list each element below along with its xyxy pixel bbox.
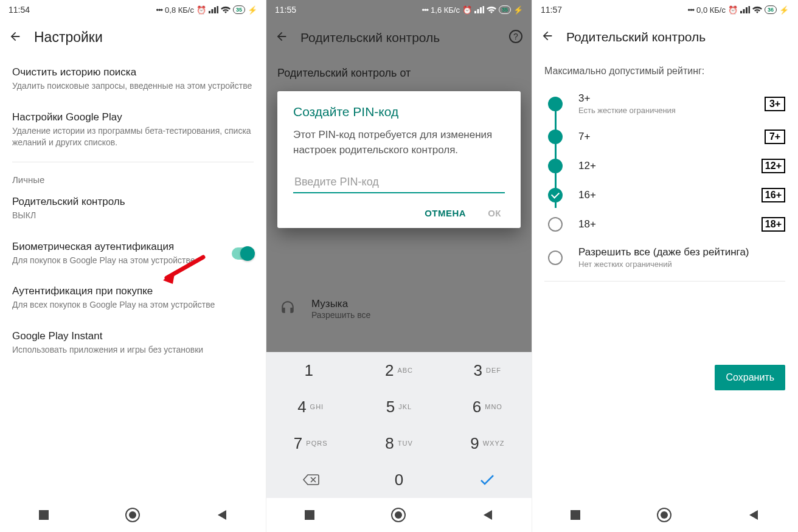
rating-label: Разрешить все (даже без рейтинга) xyxy=(578,246,785,258)
rating-option-7plus[interactable]: 7+ 7+ xyxy=(544,122,785,151)
key-0[interactable]: 0 xyxy=(355,461,443,498)
help-icon[interactable]: ? xyxy=(508,29,523,46)
app-bar-parental: Родительский контроль ? xyxy=(266,19,532,56)
item-purchase-auth[interactable]: Аутентификация при покупке Для всех поку… xyxy=(12,275,254,320)
item-title: Настройки Google Play xyxy=(12,111,254,123)
backspace-icon xyxy=(302,474,319,486)
rating-badge: 7+ xyxy=(765,130,785,144)
item-sub: Удаление истории из программы бета-тести… xyxy=(12,125,254,148)
nav-home-icon[interactable] xyxy=(125,507,141,523)
nav-recent-icon[interactable] xyxy=(304,509,316,521)
svg-text:?: ? xyxy=(513,32,518,41)
headphones-icon xyxy=(280,300,296,318)
dialog-title: Создайте PIN-код xyxy=(293,105,505,119)
cancel-button[interactable]: ОТМЕНА xyxy=(425,208,466,218)
svg-rect-0 xyxy=(39,510,49,520)
key-submit[interactable] xyxy=(443,461,532,498)
status-time: 11:57 xyxy=(541,5,562,15)
alarm-icon: ⏰ xyxy=(196,5,206,15)
key-4[interactable]: 4GHI xyxy=(266,389,355,425)
music-sub: Разрешить все xyxy=(311,310,370,320)
charging-icon: ⚡ xyxy=(779,5,789,15)
key-9[interactable]: 9WXYZ xyxy=(443,425,532,461)
category-music-row[interactable]: Музыка Разрешить все xyxy=(266,288,532,330)
app-bar: Родительский контроль xyxy=(532,19,797,56)
rating-option-18plus[interactable]: 18+ 18+ xyxy=(544,210,785,239)
key-5[interactable]: 5JKL xyxy=(355,389,443,425)
battery-icon: 36 xyxy=(765,5,777,14)
key-2[interactable]: 2ABC xyxy=(355,352,443,389)
nav-back-icon[interactable] xyxy=(215,508,229,522)
toggle-label: Родительский контроль от xyxy=(277,67,411,80)
radio-icon xyxy=(548,159,563,173)
status-net: 1,6 КБ/с xyxy=(431,5,460,15)
item-title: Биометрическая аутентификация xyxy=(12,241,195,253)
key-1[interactable]: 1 xyxy=(266,352,355,389)
nav-home-icon[interactable] xyxy=(656,507,672,523)
app-bar: Настройки xyxy=(0,19,266,57)
rating-option-12plus[interactable]: 12+ 12+ xyxy=(544,151,785,181)
item-biometric-auth[interactable]: Биометрическая аутентификация Для покупо… xyxy=(12,231,254,276)
check-icon xyxy=(479,474,496,486)
phone-rating-select: 11:57 ••• 0,0 КБ/с ⏰ 36 ⚡ Родительский к… xyxy=(532,0,797,532)
svg-rect-8 xyxy=(571,510,580,520)
battery-icon: 35 xyxy=(233,5,245,14)
dialog-actions: ОТМЕНА ОК xyxy=(293,208,505,218)
pin-input[interactable] xyxy=(293,171,505,193)
svg-rect-5 xyxy=(305,510,314,520)
svg-point-2 xyxy=(129,511,136,519)
nav-back-icon[interactable] xyxy=(481,508,494,522)
radio-icon xyxy=(548,217,563,232)
rating-badge: 18+ xyxy=(762,217,785,232)
numeric-keypad: 1 2ABC 3DEF 4GHI 5JKL 6MNO 7PQRS 8TUV 9W… xyxy=(266,352,532,498)
charging-icon: ⚡ xyxy=(513,5,523,15)
svg-point-7 xyxy=(395,511,402,519)
nav-back-icon[interactable] xyxy=(747,508,760,522)
signal-icon xyxy=(474,6,484,13)
settings-list: Очистить историю поиска Удалить поисковы… xyxy=(0,57,266,365)
item-parental-controls[interactable]: Родительский контроль ВЫКЛ xyxy=(12,186,254,231)
rating-label: 16+ xyxy=(578,189,749,201)
item-sub: Для всех покупок в Google Play на этом у… xyxy=(12,299,254,311)
item-clear-search-history[interactable]: Очистить историю поиска Удалить поисковы… xyxy=(12,57,254,102)
phone-settings: 11:54 ••• 0,8 КБ/с ⏰ 35 ⚡ Настройки Очис… xyxy=(0,0,266,532)
rating-badge: 3+ xyxy=(765,97,785,111)
key-6[interactable]: 6MNO xyxy=(443,389,532,425)
alarm-icon: ⏰ xyxy=(728,5,738,15)
rating-list: 3+ Есть жесткие ограничения 3+ 7+ 7+ 12+… xyxy=(544,85,785,276)
dialog-text: Этот PIN-код потребуется для изменения н… xyxy=(293,128,505,157)
nav-home-icon[interactable] xyxy=(390,507,406,523)
rating-label: 7+ xyxy=(578,131,752,143)
item-title: Родительский контроль xyxy=(12,196,254,208)
key-backspace[interactable] xyxy=(266,461,355,498)
nav-bar xyxy=(532,498,797,532)
rating-option-allow-all[interactable]: Разрешить все (даже без рейтинга) Нет же… xyxy=(544,239,785,276)
key-8[interactable]: 8TUV xyxy=(355,425,443,461)
rating-label: 3+ xyxy=(578,92,752,105)
back-icon[interactable] xyxy=(9,30,22,46)
charging-icon: ⚡ xyxy=(248,5,257,15)
save-button[interactable]: Сохранить xyxy=(715,365,785,390)
rating-label: 18+ xyxy=(578,218,749,230)
rating-sub: Нет жестких ограничений xyxy=(578,260,785,269)
back-icon[interactable] xyxy=(275,30,288,46)
radio-icon-checked xyxy=(548,188,563,202)
rating-label: 12+ xyxy=(578,160,749,172)
nav-bar xyxy=(266,498,532,532)
key-7[interactable]: 7PQRS xyxy=(266,425,355,461)
item-google-play-instant[interactable]: Google Play Instant Использовать приложе… xyxy=(12,320,254,365)
rating-option-3plus[interactable]: 3+ Есть жесткие ограничения 3+ xyxy=(544,85,785,122)
item-sub: Удалить поисковые запросы, введенные на … xyxy=(12,80,254,92)
status-net: 0,8 КБ/с xyxy=(165,5,194,15)
status-bar: 11:55 ••• 1,6 КБ/с ⏰ 35 ⚡ xyxy=(266,0,532,19)
nav-recent-icon[interactable] xyxy=(569,509,581,521)
back-icon[interactable] xyxy=(541,29,554,45)
rating-option-16plus[interactable]: 16+ 16+ xyxy=(544,181,785,210)
toggle-biometric[interactable] xyxy=(232,247,254,260)
page-title: Родительский контроль xyxy=(300,30,440,45)
item-sub: ВЫКЛ xyxy=(12,210,254,221)
nav-recent-icon[interactable] xyxy=(38,509,50,521)
key-3[interactable]: 3DEF xyxy=(443,352,532,389)
item-google-play-settings[interactable]: Настройки Google Play Удаление истории и… xyxy=(12,102,254,158)
ok-button[interactable]: ОК xyxy=(488,208,501,218)
